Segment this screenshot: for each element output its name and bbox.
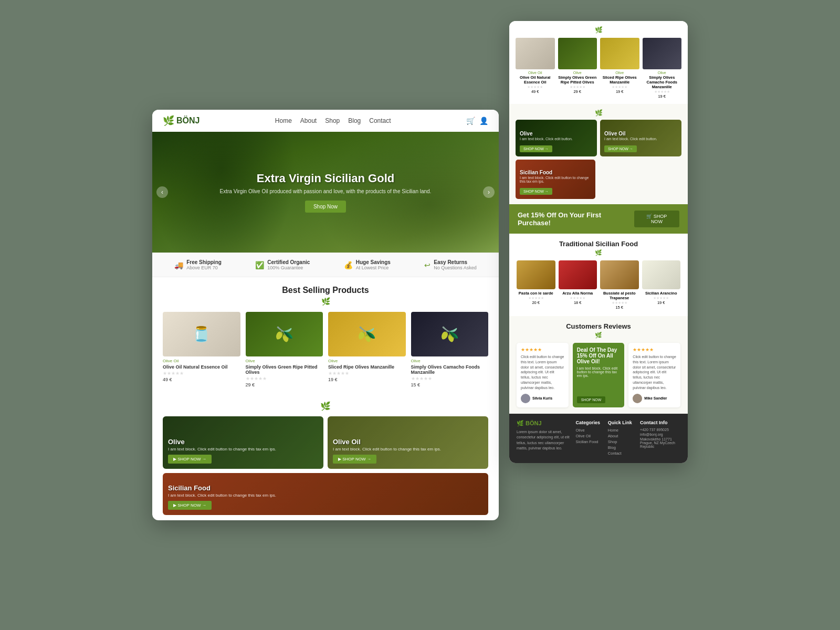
product-stars-4: ★★★★★ [411,376,489,381]
trad-stars-4: ★★★★★ [642,296,681,300]
right-top-leaf-icon: 🌿 [516,26,681,34]
cat-oil-desc: I am text block. Click edit button to ch… [333,447,441,452]
small-prod-2[interactable]: Olive Simply Olives Green Ripe Pitted Ol… [558,38,597,99]
cat-olive-desc: I am text block. Click edit button to ch… [168,447,276,452]
small-prod-cat-3: Olive [600,71,639,75]
trad-item-2[interactable]: Arzu Alla Norma ★★★★★ 18 € [559,260,597,310]
deal-shop-button[interactable]: SHOP NOW [577,396,606,403]
right-cat-food-title: Sicilian Food [520,170,591,175]
small-prod-name-4: Simply Olives Camacho Foods Manzanille [643,75,682,89]
right-cat-food-desc: I am text block. Click edit button to ch… [520,176,591,183]
footer-link-blog[interactable]: Blog [608,445,635,450]
review-username-2: Mike Sandler [644,396,667,400]
trad-stars-3: ★★★★★ [600,301,639,305]
deal-card: Deal Of The Day 15% Off On All Olive Oil… [573,343,625,407]
small-products-grid: Olive Oil Olive Oil Natural Essence Oil … [516,38,681,99]
small-prod-cat-4: Olive [643,71,682,75]
nav-contact[interactable]: Contact [369,117,391,124]
cat-food-shop-button[interactable]: ▶ SHOP NOW → [168,501,212,510]
product-card-4[interactable]: 🫒 Olive Simply Olives Camacho Foods Manz… [411,312,489,387]
hero-subtitle: Extra Virgin Olive Oil produced with pas… [220,188,432,194]
feature-free-shipping: 🚚 Free Shipping Above EUR 70 [174,259,222,270]
nav-home[interactable]: Home [275,117,292,124]
promo-shop-button[interactable]: 🛒 SHOP NOW [634,211,679,227]
right-top-products: 🌿 Olive Oil Olive Oil Natural Essence Oi… [509,21,688,104]
brand-logo[interactable]: 🌿 BÖNJ [163,115,200,127]
nav-blog[interactable]: Blog [348,117,361,124]
product-image-2: 🫒 [246,312,323,356]
cart-icon[interactable]: 🛒 [466,117,475,125]
hero-next-button[interactable]: › [483,186,495,198]
right-cat-olive-desc: I am text block. Click edit button. [520,137,573,141]
small-prod-img-2 [558,38,597,69]
review-user-1: Silvia Kuris [521,394,564,403]
small-prod-price-3: 19 € [600,89,639,94]
promo-text: Get 15% Off On Your First Purchase! [518,211,634,227]
product-stars-3: ★★★★★ [328,371,406,376]
feature-returns-title: Easy Returns [434,259,477,265]
nav-about[interactable]: About [300,117,317,124]
small-prod-img-3 [600,38,639,69]
cat-oil-title: Olive Oil [333,438,441,446]
right-cat-oil-button[interactable]: SHOP NOW → [604,145,637,152]
footer-cat-food[interactable]: Sicilian Food [576,439,603,444]
cat-olive-shop-button[interactable]: ▶ SHOP NOW → [168,455,212,464]
right-cat-olive-button[interactable]: SHOP NOW → [520,145,552,152]
small-prod-1[interactable]: Olive Oil Olive Oil Natural Essence Oil … [516,38,555,99]
trad-img-2 [559,260,597,289]
hero-shop-now-button[interactable]: Shop Now [305,201,346,213]
category-food-banner: Sicilian Food I am text block. Click edi… [163,473,488,515]
best-selling-title: Best Selling Products [163,286,488,295]
trad-item-1[interactable]: Pasta con le sarde ★★★★★ 20 € [517,260,555,310]
trad-stars-2: ★★★★★ [559,296,597,300]
product-price-2: 29 € [246,382,323,387]
category-leaf-divider: 🌿 [163,401,488,411]
trad-name-4: Sicilian Arancino [642,291,681,296]
right-category-section: 🌿 Olive I am text block. Click edit butt… [509,104,688,204]
nav-links: Home About Shop Blog Contact [275,117,391,124]
right-cats-leaf-icon: 🌿 [516,109,681,117]
reviews-leaf-icon: 🌿 [517,332,680,339]
trad-img-4 [642,260,681,289]
navbar: 🌿 BÖNJ Home About Shop Blog Contact 🛒 👤 [152,110,499,132]
features-bar: 🚚 Free Shipping Above EUR 70 ✅ Certified… [152,253,499,277]
small-prod-price-4: 19 € [643,94,682,99]
user-icon[interactable]: 👤 [479,117,488,125]
footer-quicklinks-title: Quick Link [608,420,635,425]
footer-cat-oliveoil[interactable]: Olive Oil [576,434,603,438]
left-panel: 🌿 BÖNJ Home About Shop Blog Contact 🛒 👤 … [152,110,499,520]
hero-prev-button[interactable]: ‹ [156,186,168,198]
nav-icons: 🛒 👤 [466,117,488,125]
footer-link-about[interactable]: About [608,434,635,438]
footer-link-contact[interactable]: Contact [608,451,635,456]
product-card-2[interactable]: 🫒 Olive Simply Olives Green Ripe Pitted … [246,312,323,387]
footer-cat-olive[interactable]: Olive [576,428,603,433]
traditional-leaf-icon: 🌿 [517,249,680,256]
trad-item-4[interactable]: Sicilian Arancino ★★★★★ 19 € [642,260,681,310]
trad-item-3[interactable]: Bussiate al pesto Trapanese ★★★★★ 15 € [600,260,639,310]
small-prod-price-2: 29 € [558,89,597,94]
review-card-1: ★★★★★ Click edit button to change this t… [517,343,569,407]
nav-shop[interactable]: Shop [325,117,340,124]
right-category-grid: Olive I am text block. Click edit button… [516,120,681,199]
small-prod-price-1: 49 € [516,89,555,94]
cat-oil-content: Olive Oil I am text block. Click edit bu… [333,438,441,464]
footer-link-shop[interactable]: Shop [608,439,635,444]
small-prod-cat-1: Olive Oil [516,71,555,75]
right-cat-food-button[interactable]: SHOP NOW → [520,188,552,195]
right-cat-olive-content: Olive I am text block. Click edit button… [520,131,573,152]
cat-oil-shop-button[interactable]: ▶ SHOP NOW → [333,455,376,464]
small-prod-img-4 [643,38,682,69]
category-olive-banner: Olive I am text block. Click edit button… [163,416,323,469]
product-card-3[interactable]: 🫒 Olive Sliced Ripe Olives Manzanille ★★… [328,312,406,387]
trad-price-1: 20 € [517,300,555,305]
promo-bar: Get 15% Off On Your First Purchase! 🛒 SH… [509,204,688,234]
small-prod-3[interactable]: Olive Sliced Ripe Olives Manzanille ★★★★… [600,38,639,99]
returns-icon: ↩ [424,261,430,269]
product-card-1[interactable]: 🫙 Olive Oil Olive Oil Natural Essence Oi… [163,312,240,387]
feature-savings-sub: At Lowest Price [356,265,391,270]
footer-link-home[interactable]: Home [608,428,635,433]
feature-certified-title: Certified Organic [267,259,310,265]
right-cat-oil-title: Olive Oil [604,131,657,136]
small-prod-4[interactable]: Olive Simply Olives Camacho Foods Manzan… [643,38,682,99]
